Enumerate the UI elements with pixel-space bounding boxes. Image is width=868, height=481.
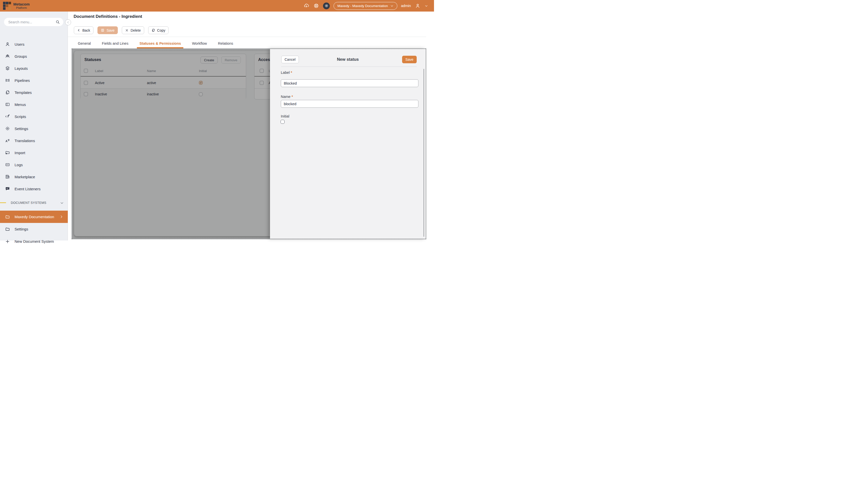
required-asterisk: * [291, 95, 293, 99]
sidebar-menu: Users Groups Layouts Pipelines Templates… [0, 38, 68, 241]
sidebar-item-label: Groups [14, 54, 27, 59]
floppy-icon [101, 28, 104, 32]
sidebar-item-label: Layouts [14, 66, 28, 70]
sidebar-item-label: Users [14, 42, 24, 46]
sidebar-item-import[interactable]: Import [0, 147, 68, 159]
tab-general[interactable]: General [78, 40, 91, 47]
search-input[interactable] [8, 20, 55, 24]
required-asterisk: * [291, 70, 292, 74]
top-bar: Metacom Platform Maxedy - Maxedy Documen… [0, 0, 434, 11]
sidebar-item-label: Logs [14, 163, 23, 167]
chevron-down-icon[interactable] [60, 201, 64, 205]
sidebar-item-label: Maxedy Documentation [14, 215, 54, 219]
drawer-save-button[interactable]: Save [402, 56, 417, 63]
folder-import-icon [5, 150, 10, 155]
x-icon [125, 29, 129, 32]
user-icon[interactable] [415, 3, 421, 9]
chevron-left-icon [67, 21, 69, 24]
label-field-input[interactable] [281, 79, 418, 87]
sidebar-item-templates[interactable]: Templates [0, 86, 68, 98]
gear-icon [5, 126, 10, 131]
delete-button[interactable]: Delete [122, 26, 144, 34]
sidebar-item-settings[interactable]: Settings [0, 123, 68, 134]
sidebar-item-new-document-system[interactable]: New Document System [0, 235, 68, 241]
sidebar-item-label: Translations [14, 138, 35, 143]
tab-workflow[interactable]: Workflow [192, 40, 207, 47]
sidebar-item-pipelines[interactable]: Pipelines [0, 74, 68, 86]
tab-relations[interactable]: Relations [218, 40, 233, 47]
sidebar-item-marketplace[interactable]: Marketplace [0, 171, 68, 183]
folder-icon [5, 227, 10, 232]
sidebar-item-event-listeners[interactable]: Event Listeners [0, 183, 68, 195]
sidebar-item-label: Scripts [14, 115, 26, 119]
sidebar-item-translations[interactable]: Translations [0, 134, 68, 147]
brand-subtitle: Platform [16, 6, 30, 9]
help-ring-icon[interactable] [313, 3, 319, 9]
label-field-label: Label * [281, 70, 292, 74]
pages-icon [5, 90, 10, 95]
new-status-drawer: Cancel New status Save Label * Name * In… [270, 49, 426, 239]
banner-icon [5, 78, 10, 83]
chevron-down-icon [390, 4, 394, 7]
copy-button[interactable]: Copy [148, 26, 169, 34]
action-buttons: Back Save Delete Copy [74, 26, 168, 34]
layers-icon [5, 66, 10, 71]
chevron-right-icon [60, 215, 63, 219]
sidebar-item-label: Pipelines [14, 78, 30, 83]
settings-gear-icon[interactable] [323, 2, 330, 9]
sidebar-item-label: Settings [14, 227, 28, 231]
sidebar-item-label: Settings [14, 127, 28, 131]
sidebar-item-layouts[interactable]: Layouts [0, 62, 68, 74]
sidebar-item-label: Templates [14, 90, 32, 95]
sidebar-item-groups[interactable]: Groups [0, 50, 68, 62]
username: admin [401, 4, 411, 8]
sidebar-item-label: Menus [14, 102, 26, 107]
drawer-scrollbar[interactable] [424, 69, 424, 237]
plus-icon [5, 239, 10, 241]
page-title: Document Definitions - Ingredient [73, 14, 142, 19]
sidebar-item-users[interactable]: Users [0, 38, 68, 50]
sidebar-item-maxedy-documentation[interactable]: Maxedy Documentation [0, 211, 68, 223]
chevron-left-icon [77, 29, 81, 32]
sidebar-item-menus[interactable]: Menus [0, 98, 68, 110]
name-field-input[interactable] [281, 100, 418, 108]
cloud-upload-icon[interactable] [303, 3, 309, 9]
save-button[interactable]: Save [97, 26, 118, 34]
panel-left-icon [5, 102, 10, 107]
bubble-chart-icon [5, 186, 10, 191]
sidebar-item-scripts[interactable]: Scripts [0, 110, 68, 123]
tab-statuses-permissions[interactable]: Statuses & Permissions [140, 40, 181, 47]
tab-fields-and-lines[interactable]: Fields and Lines [102, 40, 129, 47]
context-selector[interactable]: Maxedy - Maxedy Documentation [334, 2, 397, 10]
search-icon[interactable] [55, 20, 60, 24]
header-divider [68, 37, 426, 37]
log-box-icon [5, 162, 10, 167]
brand-title: Metacom [13, 2, 30, 6]
initial-field-label: Initial [281, 114, 289, 118]
sidebar-item-logs[interactable]: Logs [0, 159, 68, 171]
code-icon [5, 114, 10, 119]
section-accent-dash [0, 202, 6, 203]
brand: Metacom Platform [13, 2, 30, 9]
sidebar: Users Groups Layouts Pipelines Templates… [0, 11, 68, 241]
users-icon [5, 42, 10, 47]
section-label: DOCUMENT SYSTEMS [11, 201, 46, 204]
sidebar-collapse-button[interactable] [65, 19, 71, 25]
sidebar-item-label: Marketplace [14, 175, 35, 179]
initial-checkbox[interactable] [281, 120, 285, 124]
sidebar-item-label: New Document System [14, 239, 54, 241]
statuses-modal-region: Statuses Create Remove Label Name Initia… [71, 49, 426, 239]
sidebar-item-label: Import [14, 151, 25, 155]
copy-icon [151, 28, 155, 32]
translate-icon [5, 138, 10, 143]
sidebar-item-label: Event Listeners [14, 187, 40, 191]
building-icon [5, 174, 10, 179]
folder-icon [5, 214, 10, 219]
name-field-label: Name * [281, 95, 293, 99]
sidebar-search [4, 18, 63, 26]
user-menu-chevron-icon[interactable] [425, 3, 428, 9]
sidebar-item-doc-settings[interactable]: Settings [0, 223, 68, 235]
context-selector-label: Maxedy - Maxedy Documentation [337, 4, 388, 8]
section-document-systems[interactable]: DOCUMENT SYSTEMS [0, 198, 68, 208]
back-button[interactable]: Back [74, 26, 93, 34]
